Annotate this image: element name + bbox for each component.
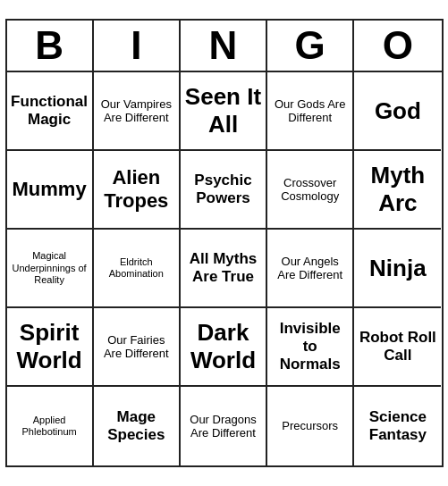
bingo-cell: Our Angels Are Different: [267, 230, 354, 308]
bingo-cell: Robot Roll Call: [354, 308, 441, 387]
bingo-grid: Functional MagicOur Vampires Are Differe…: [7, 72, 442, 465]
header-letter: G: [267, 21, 354, 71]
cell-text: Our Dragons Are Different: [184, 413, 262, 440]
cell-text: Eldritch Abomination: [97, 256, 175, 280]
header-letter: N: [181, 21, 267, 71]
bingo-header: BINGO: [7, 21, 442, 72]
bingo-cell: Crossover Cosmology: [267, 151, 354, 230]
bingo-cell: Dark World: [181, 308, 267, 387]
bingo-cell: Our Fairies Are Different: [94, 308, 181, 387]
bingo-cell: All Myths Are True: [181, 230, 267, 308]
cell-text: Alien Tropes: [97, 166, 175, 214]
bingo-cell: Spirit World: [7, 308, 94, 387]
bingo-cell: Alien Tropes: [94, 151, 181, 230]
bingo-cell: Psychic Powers: [181, 151, 267, 230]
bingo-cell: Functional Magic: [7, 72, 94, 151]
cell-text: Precursors: [282, 419, 338, 433]
cell-text: Robot Roll Call: [358, 329, 437, 365]
cell-text: Dark World: [184, 319, 262, 374]
cell-text: Our Gods Are Different: [271, 97, 349, 125]
bingo-cell: Mage Species: [94, 387, 181, 465]
cell-text: Our Angels Are Different: [271, 255, 349, 282]
cell-text: Our Vampires Are Different: [97, 97, 175, 125]
header-letter: I: [94, 21, 181, 71]
cell-text: Crossover Cosmology: [271, 176, 349, 204]
cell-text: Seen It All: [184, 83, 262, 138]
cell-text: Myth Arc: [358, 162, 437, 217]
cell-text: Mage Species: [97, 408, 175, 445]
bingo-cell: Science Fantasy: [354, 387, 441, 465]
cell-text: Mummy: [13, 178, 87, 201]
cell-text: Invisible to Normals: [271, 320, 349, 374]
cell-text: Spirit World: [11, 319, 89, 374]
bingo-cell: Our Gods Are Different: [267, 72, 354, 151]
header-letter: O: [354, 21, 441, 71]
bingo-cell: Invisible to Normals: [267, 308, 354, 387]
cell-text: God: [375, 97, 421, 125]
bingo-cell: Eldritch Abomination: [94, 230, 181, 308]
bingo-cell: Myth Arc: [354, 151, 441, 230]
cell-text: Our Fairies Are Different: [97, 333, 175, 361]
bingo-cell: Precursors: [267, 387, 354, 465]
bingo-cell: Our Dragons Are Different: [181, 387, 267, 465]
cell-text: Functional Magic: [11, 93, 89, 130]
bingo-cell: Seen It All: [181, 72, 267, 151]
cell-text: Science Fantasy: [358, 408, 437, 445]
bingo-cell: Mummy: [7, 151, 94, 230]
bingo-cell: Magical Underpinnings of Reality: [7, 230, 94, 308]
cell-text: Ninja: [369, 255, 427, 282]
bingo-cell: Applied Phlebotinum: [7, 387, 94, 465]
bingo-card: BINGO Functional MagicOur Vampires Are D…: [5, 19, 444, 467]
cell-text: Psychic Powers: [184, 172, 262, 208]
cell-text: All Myths Are True: [184, 250, 262, 287]
bingo-cell: God: [354, 72, 441, 151]
header-letter: B: [7, 21, 94, 71]
bingo-cell: Ninja: [354, 230, 441, 308]
cell-text: Magical Underpinnings of Reality: [11, 250, 89, 286]
cell-text: Applied Phlebotinum: [11, 415, 89, 438]
bingo-cell: Our Vampires Are Different: [94, 72, 181, 151]
